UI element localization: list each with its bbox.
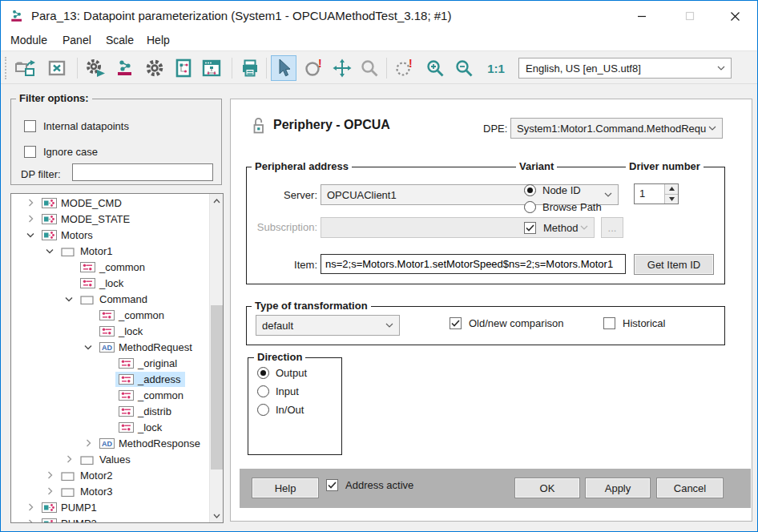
chevron-down-icon[interactable] <box>61 292 77 305</box>
checkbox-icon <box>24 146 36 158</box>
tree-item-mode_state[interactable]: MODE_STATE <box>11 211 209 227</box>
tree-item-original[interactable]: _original <box>11 355 209 371</box>
move-button[interactable] <box>329 55 355 81</box>
spin-up-icon[interactable] <box>665 184 678 195</box>
tree-item-methodresponse[interactable]: ADMethodResponse <box>11 435 209 451</box>
tree-item-motor1[interactable]: Motor1 <box>11 243 209 259</box>
apply-button[interactable]: Apply <box>585 478 651 498</box>
tree-item-motor3[interactable]: Motor3 <box>11 483 209 499</box>
chevron-right-icon[interactable] <box>80 437 96 449</box>
config-icon <box>119 374 134 385</box>
close-panel-button[interactable] <box>44 55 70 81</box>
minimize-button[interactable] <box>623 1 660 31</box>
item-input[interactable] <box>321 254 626 274</box>
close-button[interactable] <box>713 1 757 31</box>
chevron-right-icon[interactable] <box>42 469 58 482</box>
input-radio[interactable]: Input <box>257 385 299 397</box>
magnifier-button[interactable] <box>357 55 382 81</box>
tree-item-pump2[interactable]: PUMP2 <box>11 515 209 523</box>
toolbar: ! ! 1:1 English, US [en_US.utf8] <box>1 50 757 84</box>
cancel-button[interactable]: Cancel <box>656 478 724 498</box>
tree-item-distrib[interactable]: _distrib <box>11 403 209 419</box>
spin-down-icon[interactable] <box>665 195 678 204</box>
tree-item-mode_cmd[interactable]: MODE_CMD <box>11 195 209 211</box>
open-panel-icon <box>14 58 35 78</box>
panel-tree-button[interactable] <box>199 55 224 81</box>
method-checkbox[interactable]: Method <box>524 222 578 234</box>
tree-item-common[interactable]: _common <box>11 307 209 323</box>
folder-icon <box>80 454 95 465</box>
zoom-out-button[interactable] <box>451 55 477 81</box>
language-select[interactable]: English, US [en_US.utf8] <box>518 58 732 79</box>
open-panel-button[interactable] <box>12 55 38 81</box>
dp-filter-input[interactable] <box>72 163 213 181</box>
gear-play-button[interactable] <box>83 55 108 81</box>
chevron-right-icon[interactable] <box>22 517 38 523</box>
tree-item-label: _lock <box>138 421 162 433</box>
gear-play-icon <box>85 58 106 79</box>
tree-scrollbar[interactable] <box>209 194 223 522</box>
refresh-dotted-alert-button[interactable]: ! <box>392 55 417 81</box>
tree-item-methodrequest[interactable]: ADMethodRequest <box>11 339 209 355</box>
select-cursor-button[interactable] <box>271 55 296 81</box>
get-item-id-button[interactable]: Get Item ID <box>634 254 714 275</box>
module-window-button[interactable] <box>171 55 196 81</box>
tree-item-values[interactable]: Values <box>11 451 209 467</box>
ok-button[interactable]: OK <box>514 478 580 498</box>
driver-number-spinner[interactable]: 1 <box>634 183 679 204</box>
tree-item-pump1[interactable]: PUMP1 <box>11 499 209 515</box>
tree-item-command[interactable]: Command <box>11 291 209 307</box>
variant-legend: Variant <box>516 160 557 172</box>
chevron-down-icon[interactable] <box>22 228 38 241</box>
tree-item-common[interactable]: _common <box>11 259 209 275</box>
zoom-in-button[interactable] <box>422 55 448 81</box>
tree-item-label: _lock <box>119 325 143 337</box>
chevron-right-icon[interactable] <box>22 196 38 209</box>
help-button[interactable]: Help <box>252 478 319 498</box>
tree-item-common[interactable]: _common <box>11 387 209 403</box>
tree-item-label: _lock <box>99 277 123 289</box>
tree-item-address[interactable]: _address <box>11 371 209 387</box>
print-button[interactable] <box>237 55 263 81</box>
menu-help[interactable]: Help <box>147 34 170 46</box>
dpe-select[interactable]: System1:Motor1.Command.MethodRequ <box>510 118 723 139</box>
scroll-down-icon[interactable] <box>210 509 224 522</box>
address-active-checkbox[interactable]: Address active <box>326 479 413 491</box>
menu-module[interactable]: Module <box>10 34 47 46</box>
chevron-right-icon[interactable] <box>22 501 38 514</box>
node-id-radio[interactable]: Node ID <box>524 184 581 196</box>
tree-item-lock[interactable]: _lock <box>11 323 209 339</box>
refresh-alert-button[interactable]: ! <box>301 55 327 81</box>
settings-gear-button[interactable] <box>142 55 167 81</box>
internal-datapoints-checkbox[interactable]: Internal datapoints <box>24 120 129 132</box>
chevron-right-icon[interactable] <box>61 453 77 466</box>
old-new-comparison-checkbox[interactable]: Old/new comparison <box>450 317 564 329</box>
transformation-select[interactable]: default <box>256 315 400 336</box>
para-module-button[interactable] <box>112 55 138 81</box>
scroll-up-icon[interactable] <box>210 194 224 208</box>
folder-icon <box>80 294 95 304</box>
tree-item-label: Motor1 <box>80 245 112 257</box>
chevron-down-icon[interactable] <box>42 244 58 257</box>
menu-panel[interactable]: Panel <box>62 34 91 46</box>
tree-item-lock[interactable]: _lock <box>11 419 209 435</box>
toolbar-separator <box>386 58 387 79</box>
historical-checkbox[interactable]: Historical <box>603 317 665 329</box>
menu-scale[interactable]: Scale <box>106 34 134 46</box>
tree-item-motors[interactable]: Motors <box>11 227 209 243</box>
ignore-case-checkbox[interactable]: Ignore case <box>24 146 98 158</box>
scrollbar-thumb[interactable] <box>211 305 223 470</box>
language-value: English, US [en_US.utf8] <box>526 62 641 75</box>
toolbar-grip[interactable] <box>5 57 6 79</box>
output-radio[interactable]: Output <box>257 367 307 379</box>
tree-item-lock[interactable]: _lock <box>11 275 209 291</box>
zoom-reset-button[interactable]: 1:1 <box>480 55 512 81</box>
chevron-right-icon[interactable] <box>22 212 38 225</box>
chevron-right-icon[interactable] <box>42 485 58 498</box>
maximize-button[interactable] <box>671 1 708 31</box>
panel-title: Periphery - OPCUA <box>273 118 390 132</box>
in-out-radio[interactable]: In/Out <box>257 404 304 416</box>
tree-item-motor2[interactable]: Motor2 <box>11 467 209 483</box>
chevron-down-icon[interactable] <box>80 341 96 353</box>
browse-path-radio[interactable]: Browse Path <box>524 201 602 213</box>
